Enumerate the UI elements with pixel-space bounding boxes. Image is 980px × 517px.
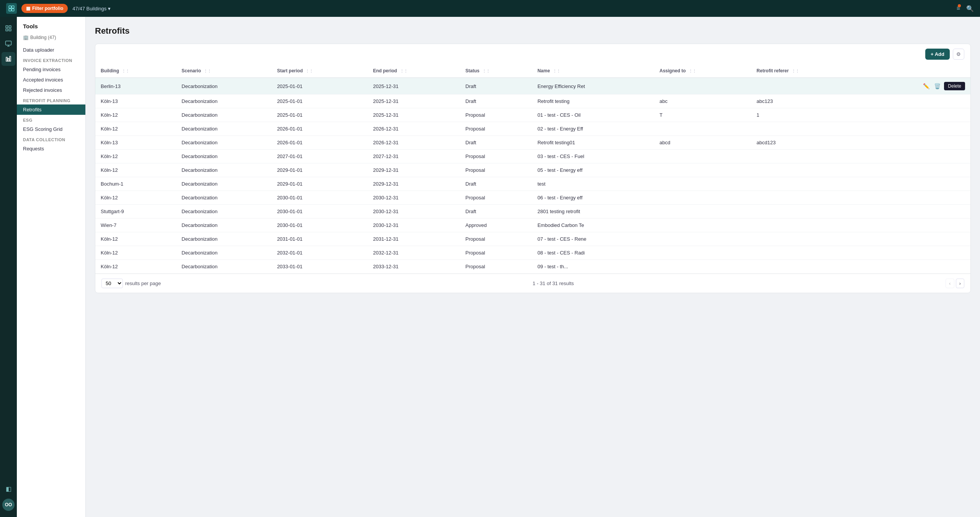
col-retrofit-referer[interactable]: Retrofit referer ⋮⋮	[751, 64, 860, 78]
cell-status: Proposal	[460, 260, 532, 274]
cell-actions	[860, 150, 970, 163]
cell-retrofit-referer	[751, 150, 860, 163]
col-actions	[860, 64, 970, 78]
cell-name: test	[532, 177, 654, 191]
cell-start-period: 2026-01-01	[272, 136, 368, 150]
cell-end-period: 2025-12-31	[368, 78, 460, 95]
cell-building: Bochum-1	[95, 177, 176, 191]
cell-end-period: 2032-12-31	[368, 246, 460, 260]
sidebar-icon-dashboard[interactable]	[2, 21, 15, 35]
app-logo	[6, 3, 17, 14]
per-page-select[interactable]: 50 25 100	[101, 279, 123, 288]
sidebar-item-rejected-invoices[interactable]: Rejected invoices	[17, 85, 85, 95]
cell-retrofit-referer	[751, 205, 860, 219]
table-row: Bochum-1Decarbonization2029-01-012029-12…	[95, 177, 970, 191]
add-button[interactable]: + Add	[925, 49, 950, 60]
delete-button[interactable]: 🗑️	[933, 82, 942, 90]
cell-assigned-to	[654, 191, 751, 205]
col-scenario[interactable]: Scenario ⋮⋮	[176, 64, 271, 78]
section-invoice-extraction: Invoice extraction	[17, 55, 85, 64]
prev-page-button[interactable]: ‹	[946, 279, 954, 288]
sidebar-item-pending-invoices[interactable]: Pending invoices	[17, 64, 85, 75]
delete-tooltip: Delete	[944, 82, 965, 90]
cell-name: Retrofit testing	[532, 95, 654, 108]
cell-actions	[860, 136, 970, 150]
sidebar-item-esg-scoring-grid[interactable]: ESG Scoring Grid	[17, 124, 85, 134]
sidebar-icon-panel[interactable]: ◧	[2, 482, 15, 496]
cell-assigned-to	[654, 205, 751, 219]
table-row: Wien-7Decarbonization2030-01-012030-12-3…	[95, 219, 970, 232]
col-assigned-to[interactable]: Assigned to ⋮⋮	[654, 64, 751, 78]
cell-actions	[860, 177, 970, 191]
cell-retrofit-referer	[751, 232, 860, 246]
cell-assigned-to	[654, 122, 751, 136]
cell-start-period: 2032-01-01	[272, 246, 368, 260]
cell-end-period: 2033-12-31	[368, 260, 460, 274]
cell-scenario: Decarbonization	[176, 219, 271, 232]
col-end-period[interactable]: End period ⋮⋮	[368, 64, 460, 78]
cell-building: Köln-12	[95, 232, 176, 246]
sidebar-item-retrofits[interactable]: Retrofits	[17, 104, 85, 115]
cell-start-period: 2027-01-01	[272, 150, 368, 163]
cell-name: 2801 testing retrofit	[532, 205, 654, 219]
retrofits-table: Building ⋮⋮ Scenario ⋮⋮ Start period ⋮⋮ …	[95, 64, 970, 274]
cell-retrofit-referer	[751, 219, 860, 232]
table-row: Köln-12Decarbonization2033-01-012033-12-…	[95, 260, 970, 274]
svg-rect-5	[9, 26, 11, 28]
table-body: Berlin-13Decarbonization2025-01-012025-1…	[95, 78, 970, 274]
cell-status: Proposal	[460, 191, 532, 205]
notification-badge	[958, 4, 961, 7]
sidebar-icon-monitor[interactable]	[2, 37, 15, 51]
cell-retrofit-referer	[751, 122, 860, 136]
user-avatar[interactable]: OO	[2, 499, 15, 511]
sidebar-item-data-uploader[interactable]: Data uploader	[17, 45, 85, 55]
table-row: Köln-12Decarbonization2030-01-012030-12-…	[95, 191, 970, 205]
cell-start-period: 2029-01-01	[272, 177, 368, 191]
cell-building: Köln-13	[95, 95, 176, 108]
cell-name: 05 - test - Energy eff	[532, 163, 654, 177]
left-panel: Tools 🏢 Building (47) Data uploader Invo…	[17, 17, 86, 517]
filter-portfolio-button[interactable]: ▦ Filter portfolio	[21, 4, 68, 13]
per-page-label: results per page	[125, 281, 161, 286]
cell-start-period: 2031-01-01	[272, 232, 368, 246]
cell-building: Berlin-13	[95, 78, 176, 95]
sidebar-icon-analytics[interactable]	[2, 52, 15, 66]
col-name[interactable]: Name ⋮⋮	[532, 64, 654, 78]
sidebar-item-requests[interactable]: Requests	[17, 144, 85, 154]
sidebar-item-accepted-invoices[interactable]: Accepted invoices	[17, 75, 85, 85]
cell-building: Köln-13	[95, 136, 176, 150]
filter-icon: ▦	[26, 6, 30, 11]
cell-actions	[860, 219, 970, 232]
cell-start-period: 2030-01-01	[272, 191, 368, 205]
cell-start-period: 2030-01-01	[272, 219, 368, 232]
cell-actions	[860, 163, 970, 177]
table-row: Berlin-13Decarbonization2025-01-012025-1…	[95, 78, 970, 95]
table-row: Köln-12Decarbonization2027-01-012027-12-…	[95, 150, 970, 163]
cell-retrofit-referer	[751, 246, 860, 260]
cell-building: Köln-12	[95, 163, 176, 177]
page-buttons: ‹ ›	[946, 279, 964, 288]
notifications-icon[interactable]: ≡	[957, 5, 960, 12]
table-row: Stuttgart-9Decarbonization2030-01-012030…	[95, 205, 970, 219]
col-start-period[interactable]: Start period ⋮⋮	[272, 64, 368, 78]
edit-button[interactable]: ✏️	[922, 82, 931, 90]
cell-end-period: 2026-12-31	[368, 122, 460, 136]
settings-button[interactable]: ⚙	[953, 49, 964, 60]
col-status[interactable]: Status ⋮⋮	[460, 64, 532, 78]
table-row: Köln-13Decarbonization2025-01-012025-12-…	[95, 95, 970, 108]
search-icon[interactable]: 🔍	[966, 5, 974, 12]
cell-assigned-to	[654, 177, 751, 191]
cell-retrofit-referer	[751, 163, 860, 177]
next-page-button[interactable]: ›	[956, 279, 964, 288]
col-building[interactable]: Building ⋮⋮	[95, 64, 176, 78]
table-row: Köln-12Decarbonization2026-01-012026-12-…	[95, 122, 970, 136]
cell-retrofit-referer	[751, 191, 860, 205]
buildings-badge[interactable]: 47/47 Buildings ▾	[72, 6, 111, 11]
cell-scenario: Decarbonization	[176, 122, 271, 136]
table-row: Köln-12Decarbonization2025-01-012025-12-…	[95, 108, 970, 122]
cell-assigned-to	[654, 78, 751, 95]
cell-actions	[860, 191, 970, 205]
cell-end-period: 2025-12-31	[368, 95, 460, 108]
section-data-collection: Data collection	[17, 134, 85, 144]
section-retrofit-planning: Retrofit planning	[17, 95, 85, 104]
